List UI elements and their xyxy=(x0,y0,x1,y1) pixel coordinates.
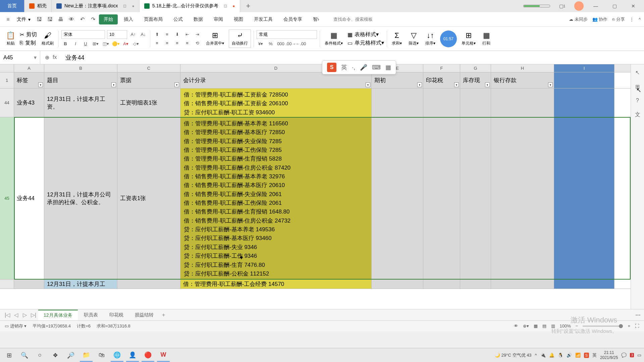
menu-tab-view[interactable]: 视图 xyxy=(229,14,248,24)
eye-icon[interactable]: 👁 xyxy=(514,323,518,328)
ime-punct-icon[interactable]: ·, xyxy=(352,64,355,71)
zoom-handle[interactable] xyxy=(619,324,623,328)
menu-tab-dev[interactable]: 开发工具 xyxy=(249,14,277,24)
print-preview-icon[interactable]: 👁 xyxy=(67,15,76,24)
view-page-icon[interactable]: ▤ xyxy=(542,323,546,328)
new-tab-button[interactable]: + xyxy=(240,2,257,10)
app-icon[interactable]: 👤 xyxy=(126,349,139,362)
magnifier-icon[interactable]: 🔎 xyxy=(64,349,77,362)
merge-button[interactable]: ⊞合并居中▾ xyxy=(204,31,226,47)
help-icon[interactable]: ? xyxy=(634,97,642,105)
row-header-46[interactable] xyxy=(0,280,14,289)
clock-widget[interactable]: 01:57 xyxy=(440,31,457,47)
ime-lang[interactable]: 英 xyxy=(341,63,347,71)
cell-h44[interactable] xyxy=(491,88,554,117)
sheet-more-icon[interactable]: ⋯ xyxy=(635,312,641,318)
cell-f45[interactable] xyxy=(423,117,460,279)
edge-icon[interactable]: 🌐 xyxy=(111,349,123,362)
cell-c44[interactable]: 工资明细表1张 xyxy=(117,88,180,117)
sheet-first-icon[interactable]: |◁ xyxy=(3,312,11,318)
align-justify-icon[interactable]: ≡ xyxy=(183,40,191,47)
cell-i44[interactable] xyxy=(554,88,614,117)
header-cell-label[interactable]: 标签▾ xyxy=(14,72,44,88)
col-header-f[interactable]: F xyxy=(423,64,460,72)
sheet-prev-icon[interactable]: ◁ xyxy=(12,312,20,318)
store-icon[interactable]: 🛍 xyxy=(95,349,108,362)
save-icon[interactable]: 🖫 xyxy=(35,15,44,24)
cell-a44[interactable]: 业务43 xyxy=(14,88,44,117)
number-format-select[interactable] xyxy=(257,30,317,39)
tab-docer[interactable]: 稻壳 xyxy=(24,0,52,12)
filter-icon[interactable]: ▾ xyxy=(174,82,179,87)
notification-badge[interactable]: 3 xyxy=(630,353,634,357)
cell-g46[interactable] xyxy=(460,280,491,289)
cell-f44[interactable] xyxy=(423,88,460,117)
cell-a45[interactable]: 业务44 xyxy=(14,117,44,279)
comma-icon[interactable]: 000 xyxy=(277,40,285,48)
header-cell-stamp[interactable]: 印花税▾ xyxy=(423,72,460,88)
underline-button[interactable]: U xyxy=(82,40,90,48)
cortana-icon[interactable]: ○ xyxy=(34,349,46,362)
wrap-button[interactable]: ⤶自动换行 xyxy=(229,29,251,48)
redo-icon[interactable]: ↷ xyxy=(88,15,98,24)
cell-g45[interactable] xyxy=(460,117,491,279)
col-header-c[interactable]: C xyxy=(117,64,180,72)
tray-bell-icon[interactable]: 🔔 xyxy=(549,353,554,358)
ime-mic-icon[interactable]: 🎤 xyxy=(360,64,367,71)
cell-style-button[interactable]: ▭单元格样式▾ xyxy=(347,40,384,47)
currency-icon[interactable]: ¥▾ xyxy=(257,40,265,48)
align-top-icon[interactable]: ⬆ xyxy=(153,31,161,38)
font-size-select[interactable] xyxy=(107,30,127,39)
filter-icon[interactable]: ▾ xyxy=(454,82,459,87)
tray-qq-icon[interactable]: 🐧 xyxy=(558,353,563,358)
cell-a46[interactable] xyxy=(14,280,44,289)
weather-widget[interactable]: 🌙 29°C 空气优 43 xyxy=(495,352,531,358)
font-name-select[interactable] xyxy=(61,30,105,39)
filter-icon[interactable]: ▾ xyxy=(366,82,370,87)
tray-volume-icon[interactable]: 🔊 xyxy=(567,353,572,358)
paste-button[interactable]: 📋粘贴 xyxy=(4,31,17,47)
sogou-icon[interactable]: S xyxy=(327,63,336,72)
menu-tab-review[interactable]: 审阅 xyxy=(209,14,228,24)
translate-icon[interactable]: 文 xyxy=(634,111,642,119)
percent-icon[interactable]: % xyxy=(267,40,275,48)
tray-chevron-icon[interactable]: ^ xyxy=(535,353,537,358)
filter-icon[interactable]: ▾ xyxy=(485,82,490,87)
save-as-icon[interactable]: 🖫 xyxy=(45,15,55,24)
cell-c45[interactable]: 工资表1张 xyxy=(117,117,180,279)
menu-icon[interactable]: ≡ xyxy=(3,15,13,24)
cell-d45[interactable]: 借：管理费用-职工薪酬-基本养老 116560 借：管理费用-职工薪酬-基本医疗… xyxy=(180,117,372,279)
decrease-font-icon[interactable]: A↓ xyxy=(139,31,147,38)
orientation-icon[interactable]: ⟲ xyxy=(193,40,201,47)
fill-style-button[interactable]: ◫▾ xyxy=(102,40,110,48)
close-button[interactable]: ✕ xyxy=(627,1,640,11)
cell-i46[interactable] xyxy=(554,280,614,289)
collab-button[interactable]: 👥 协作 xyxy=(592,16,608,22)
cond-format-button[interactable]: ▦条件格式▾ xyxy=(323,31,345,47)
tab-home[interactable]: 首页 xyxy=(0,0,24,12)
wps-icon[interactable]: W xyxy=(157,349,170,362)
explorer-icon[interactable]: 📁 xyxy=(80,349,93,362)
fx-icon[interactable]: fx xyxy=(53,54,57,61)
zoom-in-icon[interactable]: + xyxy=(628,323,630,328)
task-view-icon[interactable]: ❖ xyxy=(49,349,62,362)
decrease-decimal-icon[interactable]: ←.00 xyxy=(297,40,305,48)
select-tool-icon[interactable]: ↖ xyxy=(634,68,642,76)
sort-button[interactable]: ↓↑排序▾ xyxy=(423,31,437,47)
row-header-45[interactable]: 45 xyxy=(0,117,14,279)
align-center-icon[interactable]: ≡ xyxy=(163,40,171,47)
tray-sogou-icon[interactable]: S xyxy=(584,353,589,358)
header-cell-receipt[interactable]: 票据▾ xyxy=(117,72,180,88)
fullscreen-icon[interactable]: ⛶ xyxy=(635,323,639,328)
cell-e46[interactable] xyxy=(372,280,423,289)
file-menu[interactable]: 文件▾ xyxy=(14,15,33,24)
filter-icon[interactable]: ▾ xyxy=(38,82,43,87)
cut-button[interactable]: ✂剪切 xyxy=(20,31,37,38)
filter-button[interactable]: ▽筛选▾ xyxy=(407,31,421,47)
tab-doc-1[interactable]: New上册：注意事项.docx⊡● xyxy=(52,0,140,12)
cell-e44[interactable] xyxy=(372,88,423,117)
indent-increase-icon[interactable]: ⇥ xyxy=(193,31,201,38)
print-icon[interactable]: 🖶 xyxy=(56,15,65,24)
header-cell-opening[interactable]: 期初▾ xyxy=(372,72,423,88)
col-header-b[interactable]: B xyxy=(44,64,117,72)
